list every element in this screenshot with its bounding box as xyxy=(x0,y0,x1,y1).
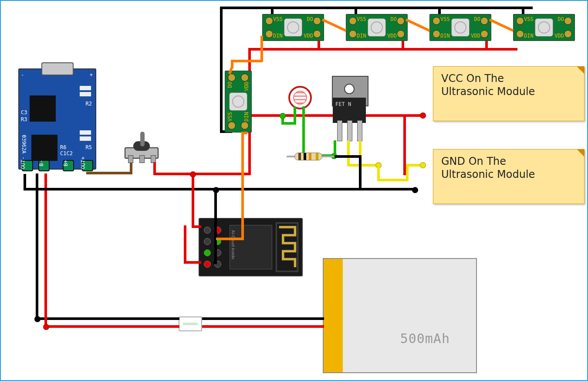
wire-esp-vcc-v xyxy=(192,173,194,228)
wire-vcc-mid xyxy=(248,114,405,117)
resistor xyxy=(287,153,330,160)
fet-source-leg xyxy=(357,120,362,141)
wire-res-gnd xyxy=(335,155,360,158)
lbl: VSS xyxy=(357,16,366,22)
lbl: DIN xyxy=(243,112,250,122)
joint-gnd-end xyxy=(412,187,418,193)
wire-do-din-0c xyxy=(231,60,262,62)
wire-jst-bplus-v xyxy=(44,173,47,328)
wire-do-din-1 xyxy=(322,18,347,32)
micro-usb-port xyxy=(41,62,74,75)
note-gnd-line2: Ultrasonic Module xyxy=(441,168,535,180)
smd xyxy=(80,86,91,90)
note-gnd: GND On The Ultrasonic Module xyxy=(433,149,585,204)
note-vcc-line2: Ultrasonic Module xyxy=(441,85,535,98)
pad xyxy=(313,30,321,38)
pad xyxy=(228,74,236,82)
silk: R6 xyxy=(60,144,66,150)
pad xyxy=(480,30,488,38)
lbl-out-minus: OUT- xyxy=(20,156,26,169)
tp4056-module: - + C3 R3 R2 R5 R6 C1C2 03962A OUT- B- B… xyxy=(18,68,96,170)
wire-batt-neg xyxy=(199,317,324,320)
lbl: DO xyxy=(474,16,480,22)
pad xyxy=(397,30,405,38)
ws2812-led-1: DO VDD VSS DIN xyxy=(225,71,252,133)
pad xyxy=(265,30,273,38)
smd xyxy=(80,92,91,96)
fet-gate-leg xyxy=(337,120,342,141)
lbl-din: DIN xyxy=(273,33,283,39)
lbl-out-plus: OUT+ xyxy=(80,156,86,169)
esp-pin xyxy=(204,238,211,245)
lbl-vss: VSS xyxy=(273,16,283,22)
silk: - xyxy=(21,72,24,78)
switch-pin xyxy=(139,155,145,163)
lbl-b-plus: B+ xyxy=(63,160,69,166)
led-chip-icon xyxy=(451,18,470,37)
pad xyxy=(516,17,524,25)
led-chip-icon xyxy=(535,18,553,37)
wire-esp-gnd-v xyxy=(214,188,217,264)
silk: C1C2 xyxy=(60,150,73,156)
joint-bminus xyxy=(34,316,41,322)
wifi-shield xyxy=(230,225,272,269)
joint-vcc-note xyxy=(420,112,426,119)
fet-label: FET N xyxy=(335,101,351,107)
wire-batt-pos xyxy=(199,325,324,328)
circuit-diagram: VCC On The Ultrasonic Module GND On The … xyxy=(0,0,588,381)
esp-pin-gpio2 xyxy=(204,249,211,256)
silk: + xyxy=(90,72,93,78)
lbl: VDD xyxy=(554,33,564,39)
resistor-body xyxy=(294,153,322,160)
joint-ldr-vcc xyxy=(280,113,286,119)
wire-esp-gnd-h xyxy=(213,262,217,264)
wire-data-v xyxy=(241,132,244,240)
band xyxy=(304,153,306,160)
led-chip-icon xyxy=(284,18,302,37)
lbl: DIN xyxy=(440,33,450,39)
battery-terminal-strip xyxy=(324,259,343,372)
silk-board: 03962A xyxy=(21,135,27,153)
wire-do-din-0d xyxy=(260,36,263,62)
lbl: VSS xyxy=(524,16,534,22)
joint-bplus xyxy=(43,324,49,330)
pad xyxy=(516,30,524,38)
silk: C3 xyxy=(21,109,27,116)
tp4056-ic xyxy=(30,95,56,122)
esp-pin-chpd xyxy=(204,261,211,268)
lbl: VDD xyxy=(471,33,480,39)
wire-gnd-topbus xyxy=(220,7,533,9)
lipo-battery: 500mAh xyxy=(323,258,477,373)
pad xyxy=(241,74,249,82)
wire-switch-out-v xyxy=(153,162,156,173)
esp-label: Ai-Cloud inside xyxy=(231,230,235,259)
fet-body: FET N xyxy=(333,98,366,123)
lbl: DIN xyxy=(357,33,366,39)
joint-vcc-esp xyxy=(190,171,196,177)
pad xyxy=(228,122,236,129)
smd xyxy=(80,130,91,135)
note-gnd-line1: GND On The xyxy=(441,155,506,167)
pad xyxy=(265,17,273,25)
lbl-b-minus: B- xyxy=(38,160,44,166)
pad xyxy=(564,17,572,25)
wire-gnd-topbus-v xyxy=(220,7,223,133)
silk: R5 xyxy=(86,144,92,150)
pad xyxy=(480,17,488,25)
silk: R2 xyxy=(86,101,92,107)
wire-do-din-2 xyxy=(406,18,430,32)
wire-fet-src-to-gnd xyxy=(359,155,362,189)
wire-do-din-3 xyxy=(489,18,514,32)
wire-gndnote-h xyxy=(377,179,409,181)
wire-outminus-v xyxy=(24,174,26,188)
joint-gnd-esp xyxy=(213,187,219,193)
wire-fet-gate xyxy=(334,140,336,157)
wire-gndnote-v2 xyxy=(406,164,409,181)
pad xyxy=(433,17,440,25)
pad xyxy=(241,122,249,129)
wire-data-h2 xyxy=(241,132,247,134)
wire-esp-chpd-h xyxy=(184,261,201,264)
led-chip-icon xyxy=(229,92,247,111)
band xyxy=(316,153,318,160)
lbl-vdd: VDD xyxy=(304,33,313,39)
